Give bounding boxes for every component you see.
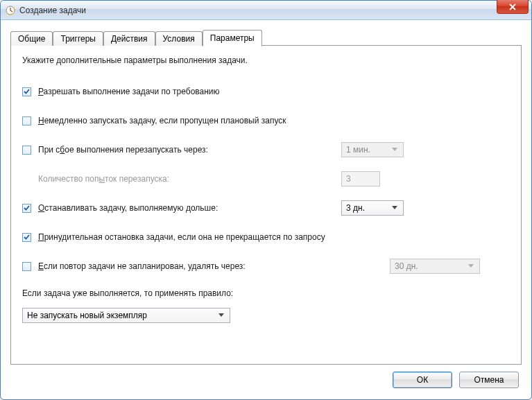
checkbox-force-stop[interactable] (22, 233, 31, 242)
tab-conditions[interactable]: Условия (155, 31, 203, 46)
checkbox-restart-on-fail[interactable] (22, 146, 31, 155)
combo-stop-duration[interactable]: 3 дн. (341, 200, 404, 216)
tab-label: Параметры (210, 33, 255, 43)
combo-value: 3 дн. (346, 203, 365, 213)
tab-general[interactable]: Общие (10, 31, 53, 46)
tab-triggers[interactable]: Триггеры (53, 31, 103, 46)
label-run-if-missed: Немедленно запускать задачу, если пропущ… (38, 116, 286, 125)
content-area: Общие Триггеры Действия Условия Параметр… (1, 20, 531, 399)
row-force-stop: Принудительная остановка задачи, если он… (22, 230, 510, 244)
checkbox-allow-on-demand[interactable] (22, 87, 31, 96)
intro-text: Укажите дополнительные параметры выполне… (22, 55, 510, 65)
tab-settings[interactable]: Параметры (203, 30, 262, 46)
chevron-down-icon (389, 206, 400, 210)
combo-value: 30 дн. (395, 261, 418, 271)
checkbox-stop-if-longer[interactable] (22, 204, 31, 213)
tab-label: Действия (111, 34, 148, 44)
clock-icon (5, 5, 16, 16)
tab-label: Общие (18, 34, 45, 44)
titlebar: Создание задачи (1, 1, 531, 20)
dialog-window: Создание задачи Общие Триггеры Действия … (0, 0, 532, 400)
tab-label: Условия (163, 34, 195, 44)
row-stop-if-longer: Останавливать задачу, выполняемую дольше… (22, 201, 510, 215)
chevron-down-icon (389, 148, 400, 152)
row-delete-if-not-scheduled: Если повтор задачи не запланирован, удал… (22, 259, 510, 273)
label-stop-if-longer: Останавливать задачу, выполняемую дольше… (38, 203, 218, 213)
label-allow-on-demand: РРазрешать выполнение задачи по требован… (38, 87, 220, 96)
tab-strip: Общие Триггеры Действия Условия Параметр… (10, 28, 522, 45)
tab-actions[interactable]: Действия (103, 31, 155, 46)
settings-panel: Укажите дополнительные параметры выполне… (10, 45, 522, 365)
button-bar: ОК Отмена (10, 365, 522, 392)
combo-delete-after: 30 дн. (390, 259, 480, 274)
chevron-down-icon (216, 313, 227, 318)
close-button[interactable] (497, 0, 529, 14)
label-force-stop: Принудительная остановка задачи, если он… (38, 232, 325, 242)
cancel-button[interactable]: Отмена (459, 372, 519, 388)
row-run-if-missed: Немедленно запускать задачу, если пропущ… (22, 114, 510, 128)
combo-rule[interactable]: Не запускать новый экземпляр (22, 308, 230, 323)
row-restart-count: Количество попыток перезапуска:Количеств… (22, 172, 510, 186)
ok-button[interactable]: ОК (393, 372, 452, 388)
checkbox-delete-if-not-scheduled[interactable] (22, 262, 31, 271)
label-restart-count: Количество попыток перезапуска:Количеств… (38, 174, 169, 184)
label-delete-if-not-scheduled: Если повтор задачи не запланирован, удал… (38, 261, 246, 271)
combo-restart-interval: 1 мин. (341, 142, 404, 157)
button-label: Отмена (474, 375, 504, 385)
input-value: 3 (346, 174, 351, 184)
label-restart-on-fail: При сбое выполнения перезапускать через:… (38, 145, 208, 155)
button-label: ОК (417, 375, 428, 385)
combo-value: 1 мин. (346, 145, 370, 155)
window-title: Создание задачи (19, 6, 86, 15)
tab-label: Триггеры (60, 34, 96, 44)
label-rule: Если задача уже выполняется, то применят… (22, 288, 510, 298)
row-restart-on-fail: При сбое выполнения перезапускать через:… (22, 143, 510, 157)
chevron-down-icon (465, 264, 477, 268)
combo-value: Не запускать новый экземпляр (27, 311, 147, 320)
checkbox-run-if-missed[interactable] (22, 116, 31, 125)
row-allow-on-demand: РРазрешать выполнение задачи по требован… (22, 85, 510, 98)
input-restart-count: 3 (341, 171, 380, 186)
